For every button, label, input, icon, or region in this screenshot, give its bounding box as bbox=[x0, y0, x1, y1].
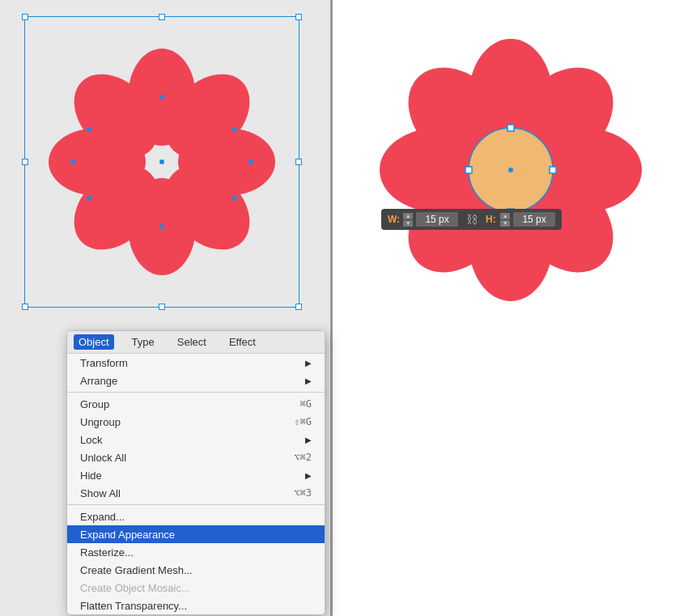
menu-item-label: Lock bbox=[80, 434, 102, 446]
menu-item-label: Flatten Transparency... bbox=[80, 600, 187, 612]
right-canvas-panel: W: ▲ ▼ ⛓ H: ▲ ▼ bbox=[333, 0, 688, 616]
menu-bar-type[interactable]: Type bbox=[127, 334, 159, 350]
menu-item-label: Create Object Mosaic... bbox=[80, 582, 190, 594]
handle-tl[interactable] bbox=[22, 14, 28, 20]
menu-bar-effect[interactable]: Effect bbox=[224, 334, 261, 350]
svg-rect-27 bbox=[508, 125, 514, 131]
svg-point-31 bbox=[508, 168, 513, 172]
w-step-down[interactable]: ▼ bbox=[403, 220, 413, 227]
svg-point-8 bbox=[159, 95, 164, 100]
menu-item-ungroup[interactable]: Ungroup ⇧⌘G bbox=[67, 413, 325, 431]
menu-bar-object[interactable]: Object bbox=[74, 334, 114, 350]
separator-1 bbox=[67, 392, 325, 393]
menu-item-arrange[interactable]: Arrange bbox=[67, 372, 325, 389]
h-label: H: bbox=[486, 214, 497, 225]
menu-item-group[interactable]: Group ⌘G bbox=[67, 395, 325, 413]
canvas-area bbox=[24, 16, 299, 308]
menu-item-rasterize[interactable]: Rasterize... bbox=[67, 543, 325, 561]
svg-point-16 bbox=[159, 159, 164, 164]
menu-item-expand[interactable]: Expand... bbox=[67, 508, 325, 525]
h-step-down[interactable]: ▼ bbox=[500, 220, 510, 227]
h-stepper[interactable]: ▲ ▼ bbox=[500, 213, 510, 227]
menu-item-unlock-all[interactable]: Unlock All ⌥⌘2 bbox=[67, 448, 325, 466]
handle-bc[interactable] bbox=[159, 304, 165, 310]
menu-item-label: Expand... bbox=[80, 511, 125, 523]
handle-br[interactable] bbox=[295, 304, 302, 310]
menu-item-label: Ungroup bbox=[80, 416, 121, 428]
menu-item-label: Unlock All bbox=[80, 452, 126, 464]
menu-item-label: Create Gradient Mesh... bbox=[80, 564, 193, 576]
menu-item-shortcut: ⌘G bbox=[300, 398, 312, 410]
svg-point-15 bbox=[87, 127, 91, 132]
menu-item-label: Hide bbox=[80, 469, 102, 482]
svg-point-11 bbox=[232, 196, 237, 201]
handle-ml[interactable] bbox=[22, 159, 28, 165]
flower-right-svg bbox=[341, 8, 681, 372]
menu-bar-select[interactable]: Select bbox=[172, 334, 211, 350]
svg-rect-28 bbox=[550, 167, 556, 173]
menu-item-label: Arrange bbox=[80, 375, 117, 387]
w-label: W: bbox=[388, 214, 400, 225]
w-step-up[interactable]: ▲ bbox=[403, 213, 413, 219]
handle-bl[interactable] bbox=[22, 304, 28, 310]
width-group: W: ▲ ▼ bbox=[388, 212, 458, 227]
handle-tc[interactable] bbox=[159, 14, 165, 20]
wh-toolbar: W: ▲ ▼ ⛓ H: ▲ ▼ bbox=[381, 209, 562, 230]
h-input[interactable] bbox=[513, 212, 555, 227]
left-canvas-panel: Object Type Select Effect Transform Arra… bbox=[0, 0, 330, 616]
context-menu: Object Type Select Effect Transform Arra… bbox=[66, 330, 325, 615]
handle-mr[interactable] bbox=[295, 159, 302, 165]
menu-item-expand-appearance[interactable]: Expand Appearance bbox=[67, 525, 325, 543]
menu-item-shortcut: ⇧⌘G bbox=[294, 416, 312, 427]
separator-2 bbox=[67, 504, 325, 505]
menu-item-create-gradient-mesh[interactable]: Create Gradient Mesh... bbox=[67, 561, 325, 579]
menu-item-shortcut: ⌥⌘2 bbox=[294, 452, 312, 463]
menu-item-label: Rasterize... bbox=[80, 546, 134, 559]
h-step-up[interactable]: ▲ bbox=[500, 213, 510, 219]
svg-point-10 bbox=[248, 159, 253, 164]
menu-item-label: Group bbox=[80, 398, 109, 410]
menu-item-transform[interactable]: Transform bbox=[67, 354, 325, 372]
menu-item-lock[interactable]: Lock bbox=[67, 431, 325, 448]
menu-item-shortcut: ⌥⌘3 bbox=[294, 487, 312, 499]
menu-item-label: Transform bbox=[80, 357, 128, 369]
menu-item-label: Show All bbox=[80, 487, 121, 499]
handle-tr[interactable] bbox=[295, 14, 302, 20]
svg-point-14 bbox=[70, 159, 75, 164]
w-stepper[interactable]: ▲ ▼ bbox=[403, 213, 413, 227]
height-group: H: ▲ ▼ bbox=[486, 212, 555, 227]
svg-point-9 bbox=[232, 127, 237, 132]
menu-item-hide[interactable]: Hide bbox=[67, 466, 325, 484]
menu-item-flatten-transparency[interactable]: Flatten Transparency... bbox=[67, 597, 325, 614]
menu-item-label: Expand Appearance bbox=[80, 529, 175, 541]
svg-point-12 bbox=[159, 224, 164, 229]
link-icon[interactable]: ⛓ bbox=[465, 213, 479, 226]
flower-left-svg bbox=[32, 24, 291, 300]
svg-rect-30 bbox=[465, 167, 472, 173]
menu-item-show-all[interactable]: Show All ⌥⌘3 bbox=[67, 484, 325, 502]
menu-item-create-object-mosaic: Create Object Mosaic... bbox=[67, 579, 325, 597]
menu-bar: Object Type Select Effect bbox=[67, 331, 325, 354]
svg-point-13 bbox=[87, 196, 91, 201]
w-input[interactable] bbox=[416, 212, 458, 227]
